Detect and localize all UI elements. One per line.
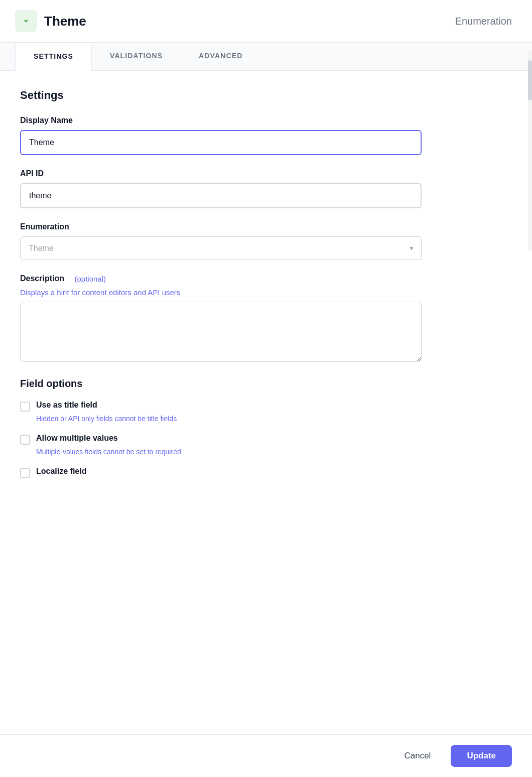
field-options-title: Field options	[20, 378, 422, 390]
settings-content: Settings Display Name API ID Enumeration…	[0, 71, 442, 539]
scrollbar-thumb	[528, 60, 532, 100]
modal-header: Theme Enumeration	[0, 0, 532, 43]
use-as-title-checkbox[interactable]	[20, 402, 30, 412]
display-name-label: Display Name	[20, 116, 422, 125]
allow-multiple-label: Allow multiple values	[36, 434, 118, 443]
description-textarea[interactable]	[20, 302, 422, 362]
api-id-group: API ID	[20, 169, 422, 208]
use-as-title-hint: Hidden or API only fields cannot be titl…	[36, 415, 422, 423]
api-id-input[interactable]	[20, 183, 422, 208]
field-type-label: Enumeration	[455, 16, 512, 27]
display-name-input[interactable]	[20, 130, 422, 155]
update-button[interactable]: Update	[451, 745, 512, 767]
scrollbar-track[interactable]	[528, 50, 532, 251]
allow-multiple-group: Allow multiple values Multiple-values fi…	[20, 434, 422, 456]
enumeration-group: Enumeration Theme ▼	[20, 222, 422, 260]
tab-validations[interactable]: VALIDATIONS	[92, 43, 181, 70]
modal-footer: Cancel Update	[0, 734, 532, 777]
enumeration-label: Enumeration	[20, 222, 422, 231]
localize-field-checkbox[interactable]	[20, 468, 30, 478]
description-group: Description (optional) Displays a hint f…	[20, 274, 422, 364]
header-left: Theme	[15, 10, 86, 32]
field-options-section: Field options Use as title field Hidden …	[20, 378, 422, 478]
page-title: Theme	[44, 14, 86, 29]
section-title: Settings	[20, 89, 422, 102]
description-hint: Displays a hint for content editors and …	[20, 288, 422, 297]
allow-multiple-checkbox[interactable]	[20, 435, 30, 445]
use-as-title-group: Use as title field Hidden or API only fi…	[20, 401, 422, 423]
display-name-group: Display Name	[20, 116, 422, 155]
localize-field-group: Localize field	[20, 467, 422, 478]
localize-field-label: Localize field	[36, 467, 86, 476]
use-as-title-label: Use as title field	[36, 401, 97, 410]
tab-settings[interactable]: SETTINGS	[15, 43, 92, 71]
tab-bar: SETTINGS VALIDATIONS ADVANCED	[0, 43, 532, 71]
enumeration-select[interactable]: Theme	[20, 236, 422, 260]
cancel-button[interactable]: Cancel	[394, 746, 441, 766]
tab-advanced[interactable]: ADVANCED	[181, 43, 260, 70]
use-as-title-row: Use as title field	[20, 401, 422, 412]
description-label: Description (optional)	[20, 274, 422, 283]
enumeration-select-wrapper: Theme ▼	[20, 236, 422, 260]
allow-multiple-hint: Multiple-values fields cannot be set to …	[36, 448, 422, 456]
localize-field-row: Localize field	[20, 467, 422, 478]
api-id-label: API ID	[20, 169, 422, 178]
field-type-icon	[15, 10, 37, 32]
allow-multiple-row: Allow multiple values	[20, 434, 422, 445]
